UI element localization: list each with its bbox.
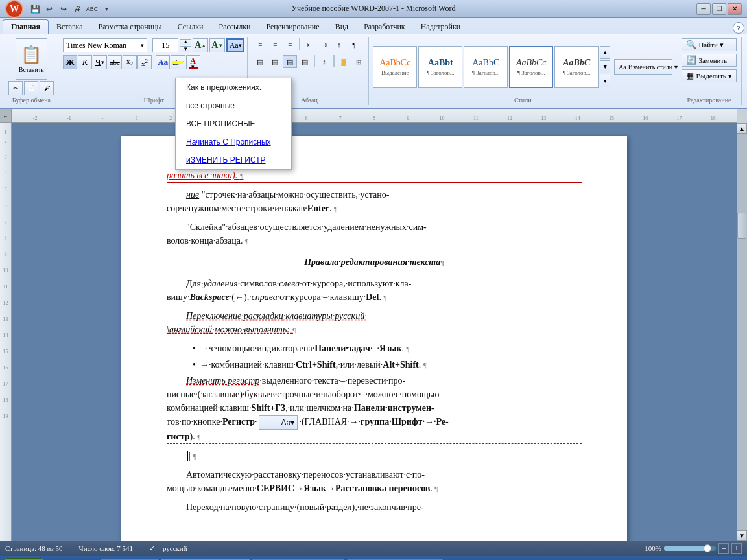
bold-button[interactable]: Ж — [63, 55, 77, 69]
style-normal[interactable]: AaBbCс Выделение — [373, 46, 417, 88]
style-heading1-preview: AaBbt — [428, 58, 453, 68]
dropdown-item-title[interactable]: Начинать С Прописных — [176, 133, 291, 151]
vertical-ruler: 1 2 3 4 5 6 7 8 9 10 11 12 13 14 15 16 1… — [0, 123, 12, 541]
paragraph-label: Абзац — [301, 97, 318, 104]
tab-insert[interactable]: Вставка — [49, 19, 91, 34]
select-button[interactable]: ▦ Выделить ▾ — [682, 69, 736, 82]
underline-button[interactable]: Ч▾ — [93, 55, 107, 69]
subscript-button[interactable]: x2 — [123, 55, 137, 69]
dropdown-item-upper[interactable]: ВСЕ ПРОПИСНЫЕ — [176, 123, 291, 133]
borders-button[interactable]: ⊞ — [351, 55, 366, 68]
change-styles-button[interactable]: Аа Изменить стили ▾ — [614, 59, 672, 75]
styles-list: AaBbCс Выделение AaBbt ¶ Заголов... AaBb… — [373, 46, 599, 88]
paste-icon: 📋 — [21, 45, 42, 65]
font-name-selector[interactable]: Times New Roman ▾ — [63, 38, 147, 52]
word-count: Число слов: 7 541 — [79, 544, 133, 552]
replace-button[interactable]: 🔄 Заменить — [682, 54, 736, 67]
zoom-slider[interactable] — [664, 546, 716, 551]
text-effects-button[interactable]: Аа — [156, 55, 170, 69]
scroll-up-arrow[interactable]: ▲ — [737, 123, 747, 134]
zoom-thumb[interactable] — [704, 544, 711, 552]
inline-aa-button: Аа▾ — [259, 415, 298, 430]
save-button[interactable]: 💾 — [29, 3, 42, 16]
font-grow-button[interactable]: A▲ — [193, 38, 208, 52]
tab-page-layout[interactable]: Разметка страницы — [91, 19, 170, 34]
tab-developer[interactable]: Разработчик — [356, 19, 413, 34]
superscript-button[interactable]: x2 — [137, 55, 152, 69]
increase-indent-button[interactable]: ⇥ — [317, 38, 331, 51]
tab-mailings[interactable]: Рассылки — [211, 19, 258, 34]
para-row2: ▤ ▤ ▤ ▤ ↕ ▓ ⊞ — [253, 55, 366, 68]
tab-review[interactable]: Рецензирование — [258, 19, 327, 34]
font-size-selector[interactable]: 15 — [152, 38, 178, 52]
show-formatting-button[interactable]: ¶ — [347, 38, 361, 51]
tab-addins[interactable]: Надстройки — [413, 19, 469, 34]
pilcrow-3: ¶ — [245, 237, 248, 245]
style-heading3[interactable]: AaBbCс ¶ Заголов... — [509, 46, 553, 88]
window-controls: ─ ❐ ✕ — [696, 3, 742, 15]
font-color-button[interactable]: A ▾ — [186, 55, 200, 69]
spellcheck-button[interactable]: ABC — [86, 3, 99, 16]
undo-button[interactable]: ↩ — [43, 3, 56, 16]
align-left-button[interactable]: ▤ — [253, 55, 267, 68]
clipboard-label: Буфер обмена — [12, 97, 51, 104]
qat-dropdown[interactable]: ▾ — [100, 3, 113, 16]
status-bar: Страница: 48 из 50 Число слов: 7 541 ✓ р… — [0, 541, 747, 556]
decrease-indent-button[interactable]: ⇤ — [302, 38, 316, 51]
find-button[interactable]: 🔍 Найти ▾ — [682, 38, 736, 51]
format-painter-button[interactable]: 🖌 — [40, 81, 54, 95]
styles-more-button[interactable]: ▾ — [600, 75, 610, 88]
style-heading4-label: ¶ Заголов... — [563, 69, 591, 76]
shading-button[interactable]: ▓ — [337, 55, 351, 68]
ruler-corner[interactable]: ⌐ — [0, 109, 12, 123]
multilevel-list-button[interactable]: ≡ — [283, 38, 297, 51]
scroll-down-arrow[interactable]: ▼ — [737, 530, 747, 541]
cut-button[interactable]: ✂ — [8, 81, 23, 95]
office-button[interactable]: W — [5, 0, 23, 18]
paste-button[interactable]: 📋 Вставить — [16, 38, 47, 80]
font-shrink-button[interactable]: A▼ — [209, 38, 225, 52]
copy-button[interactable]: 📄 — [24, 81, 38, 95]
document-area[interactable]: Как в предложениях. все строчные ВСЕ ПРО… — [12, 123, 737, 541]
scroll-thumb[interactable] — [737, 213, 746, 239]
styles-scroll-up[interactable]: ▲ — [600, 46, 610, 59]
minimize-button[interactable]: ─ — [696, 3, 711, 15]
font-size-up-button[interactable]: ▲ — [180, 39, 191, 45]
font-name-dropdown-icon[interactable]: ▾ — [141, 42, 144, 49]
style-heading1[interactable]: AaBbt ¶ Заголов... — [418, 46, 462, 88]
tab-references[interactable]: Ссылки — [170, 19, 211, 34]
tab-view[interactable]: Вид — [327, 19, 357, 34]
change-case-button[interactable]: Аа▾ — [226, 38, 244, 52]
spell-check-icon: ✓ — [149, 544, 155, 553]
dropdown-item-toggle[interactable]: иЗМЕНИТЬ РЕГИСТР — [176, 151, 291, 169]
restore-button[interactable]: ❐ — [712, 3, 726, 15]
highlight-color-button[interactable]: ab ▾ — [171, 55, 185, 69]
close-button[interactable]: ✕ — [728, 3, 742, 15]
strikethrough-button[interactable]: abc — [108, 55, 122, 69]
line-spacing-button[interactable]: ↕ — [317, 55, 331, 68]
sort-button[interactable]: ↕ — [332, 38, 346, 51]
ribbon-tabs: Главная Вставка Разметка страницы Ссылки… — [0, 18, 747, 34]
ribbon-help-button[interactable]: ? — [733, 22, 744, 34]
redo-button[interactable]: ↪ — [57, 3, 70, 16]
bullets-button[interactable]: ≡ — [253, 38, 267, 51]
taskbar: ⊞ Пуск 🌐 📁 📂 НОВАЯ WORD 📝 Учебное пособи… — [0, 556, 747, 560]
justify-button[interactable]: ▤ — [298, 55, 312, 68]
print-button[interactable]: 🖨 — [71, 3, 84, 16]
style-heading2[interactable]: AaBbC ¶ Заголов... — [464, 46, 508, 88]
zoom-in-button[interactable]: + — [731, 543, 742, 554]
font-size-down-button[interactable]: ▼ — [180, 46, 191, 52]
italic-button[interactable]: К — [78, 55, 92, 69]
zoom-out-button[interactable]: − — [718, 543, 729, 554]
style-heading4[interactable]: AaBbC ¶ Заголов... — [554, 46, 599, 88]
styles-scroll-down[interactable]: ▼ — [600, 60, 610, 73]
align-center-button[interactable]: ▤ — [268, 55, 282, 68]
tab-home[interactable]: Главная — [3, 19, 49, 34]
scroll-track[interactable] — [737, 134, 747, 530]
editing-controls: 🔍 Найти ▾ 🔄 Заменить ▦ Выделить ▾ — [682, 38, 736, 95]
ribbon-group-editing: 🔍 Найти ▾ 🔄 Заменить ▦ Выделить ▾ Редакт… — [677, 37, 742, 105]
align-right-button[interactable]: ▤ — [283, 55, 297, 68]
pilcrow-2: ¶ — [334, 205, 337, 213]
numbering-button[interactable]: ≡ — [268, 38, 282, 51]
doc-para-2: ние "строчек·на·абзацы·можно·осуществить… — [167, 188, 582, 215]
